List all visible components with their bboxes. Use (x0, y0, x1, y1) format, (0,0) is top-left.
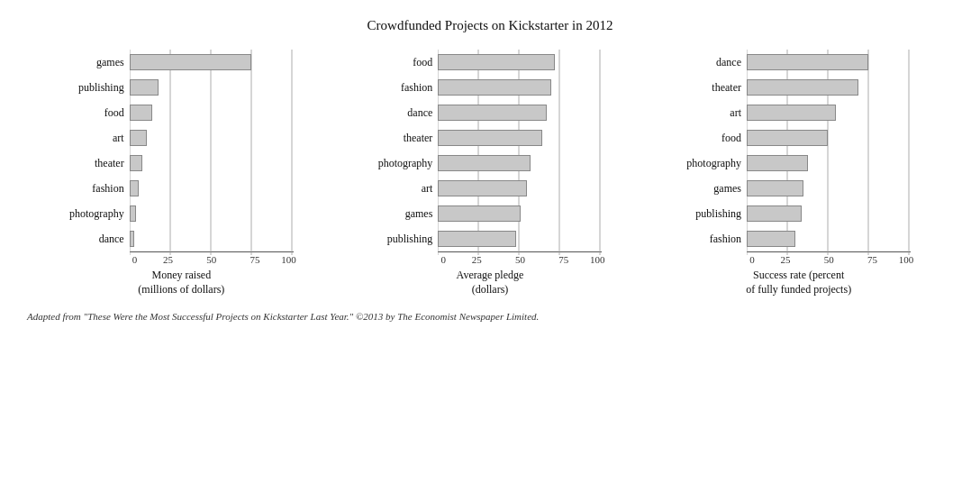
bar (747, 180, 803, 196)
tick-label: 100 (278, 254, 296, 265)
bar-label: theater (404, 125, 433, 151)
bar (438, 79, 551, 96)
axis-label: Money raised(millions of dollars) (138, 269, 224, 297)
tick-wrapper: 0255075100 (375, 252, 604, 265)
tick-row: 0255075100 (132, 252, 296, 265)
axis-label: Average pledge(dollars) (457, 269, 524, 297)
bar-label: food (721, 125, 741, 151)
bar-label: art (422, 176, 433, 201)
bar (438, 130, 541, 146)
tick-label: 25 (457, 254, 497, 265)
bar-row (747, 75, 911, 100)
bar-label: publishing (387, 226, 433, 251)
bar (747, 155, 808, 171)
bar-label: food (413, 50, 432, 75)
bar-row (747, 151, 911, 176)
tick-label: 50 (500, 254, 540, 265)
bar-label: photography (686, 151, 741, 176)
bar (747, 79, 858, 96)
tick-label: 100 (586, 254, 604, 265)
bar-label: photography (69, 201, 124, 226)
bar-row (130, 226, 294, 251)
tick-label: 75 (543, 254, 584, 265)
bar (438, 180, 527, 196)
labels-col: foodfashiondancetheaterphotographyartgam… (378, 50, 439, 251)
bar-label: theater (712, 75, 741, 100)
footnote: Adapted from "These Were the Most Succes… (27, 311, 953, 322)
bar (438, 231, 515, 247)
bar-label: fashion (92, 176, 123, 201)
bar (747, 231, 795, 247)
labels-col: gamespublishingfoodarttheaterfashionphot… (69, 50, 130, 251)
bar (130, 54, 251, 70)
bar-row (438, 125, 602, 151)
bar-row (747, 201, 911, 226)
bar (130, 231, 134, 247)
bar-row (438, 151, 602, 176)
main-title: Crowdfunded Projects on Kickstarter in 2… (368, 18, 613, 33)
bar-label: dance (99, 226, 124, 251)
bar-row (747, 176, 911, 201)
bars-area (747, 50, 911, 251)
tick-label: 75 (235, 254, 276, 265)
charts-container: gamespublishingfoodarttheaterfashionphot… (27, 50, 953, 297)
tick-label: 0 (440, 254, 453, 265)
bar (130, 105, 152, 121)
chart-success-rate: dancetheaterartfoodphotographygamespubli… (684, 50, 913, 297)
bar-row (130, 151, 294, 176)
bar-row (438, 50, 602, 75)
tick-label: 0 (132, 254, 145, 265)
bar-row (747, 125, 911, 151)
bar-row (438, 100, 602, 125)
bar-label: games (96, 50, 124, 75)
bar-row (130, 201, 294, 226)
bar-row (438, 75, 602, 100)
bar (130, 79, 159, 96)
bars-area (438, 50, 602, 251)
bars-area (130, 50, 294, 251)
tick-label: 25 (765, 254, 805, 265)
bar (747, 54, 868, 70)
tick-wrapper: 0255075100 (67, 252, 296, 265)
bar (130, 130, 148, 146)
bar-label: art (113, 125, 124, 151)
bar-row (130, 50, 294, 75)
bar-row (747, 100, 911, 125)
bar (130, 155, 142, 171)
bar-row (130, 100, 294, 125)
bar-label: publishing (78, 75, 124, 100)
bar-row (747, 226, 911, 251)
tick-label: 50 (191, 254, 231, 265)
bar (747, 105, 836, 121)
bar (438, 205, 521, 222)
bar-label: games (713, 176, 741, 201)
bar (747, 205, 802, 222)
bar-label: publishing (695, 201, 741, 226)
bar-label: photography (378, 151, 433, 176)
bar-label: dance (716, 50, 741, 75)
tick-label: 100 (895, 254, 913, 265)
bar-row (130, 176, 294, 201)
tick-label: 25 (148, 254, 188, 265)
chart-average-pledge: foodfashiondancetheaterphotographyartgam… (375, 50, 604, 297)
bar-row (130, 125, 294, 151)
bar (130, 180, 140, 196)
bar-row (130, 75, 294, 100)
tick-row: 0255075100 (749, 252, 913, 265)
tick-label: 75 (852, 254, 893, 265)
tick-wrapper: 0255075100 (684, 252, 913, 265)
bar (438, 155, 531, 171)
axis-label: Success rate (percentof fully funded pro… (746, 269, 851, 297)
bar-label: fashion (401, 75, 432, 100)
bar (130, 205, 136, 222)
tick-label: 50 (809, 254, 849, 265)
bar (747, 130, 828, 146)
labels-col: dancetheaterartfoodphotographygamespubli… (686, 50, 747, 251)
bar-row (438, 201, 602, 226)
bar-row (438, 176, 602, 201)
bar-label: art (730, 100, 741, 125)
bar-row (747, 50, 911, 75)
bar (438, 105, 547, 121)
bar-row (438, 226, 602, 251)
bar (438, 54, 555, 70)
